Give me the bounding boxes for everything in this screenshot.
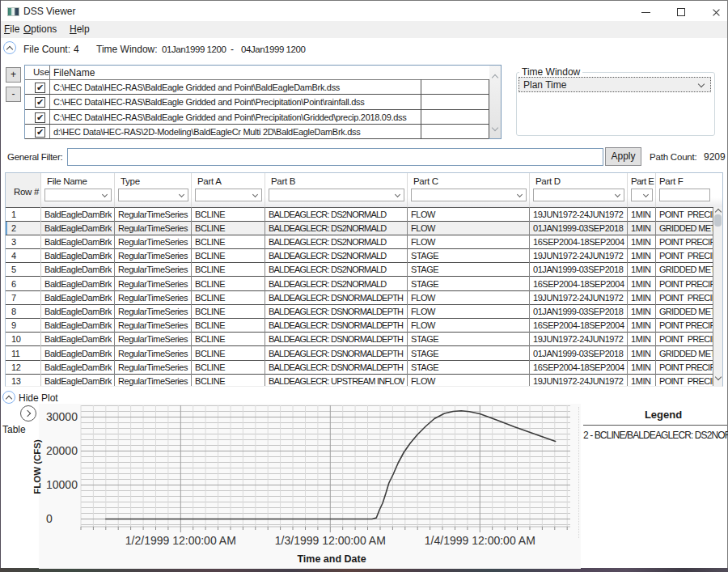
table-cell: RegularTimeSeries: [118, 222, 188, 235]
table-row[interactable]: 13BaldEagleDamBrkRegularTimeSeriesBCLINE…: [6, 375, 713, 386]
minimize-button[interactable]: [629, 1, 663, 22]
table-cell: 1MIN: [631, 249, 653, 263]
table-scrollbar-thumb[interactable]: [714, 214, 722, 227]
table-cell: RegularTimeSeries: [118, 291, 188, 305]
table-nav-button[interactable]: [20, 405, 36, 422]
table-cell: FLOW: [411, 235, 527, 249]
table-row[interactable]: 6BaldEagleDamBrkRegularTimeSeriesBCLINEB…: [6, 278, 713, 291]
scroll-down-icon[interactable]: [492, 125, 498, 131]
hide-plot-button[interactable]: [2, 391, 15, 404]
col-filter-combo[interactable]: [659, 189, 710, 201]
file-row[interactable]: ✔C:\HEC Data\HEC-RAS\BaldEagle Gridded a…: [25, 80, 489, 95]
table-cell: 1MIN: [631, 333, 653, 346]
time-window-combobox[interactable]: Plan Time: [518, 77, 711, 92]
col-filter-combo[interactable]: [195, 189, 262, 201]
general-filter-input[interactable]: [67, 148, 603, 166]
table-row[interactable]: 10BaldEagleDamBrkRegularTimeSeriesBCLINE…: [6, 333, 713, 346]
menu-file[interactable]: File: [1, 21, 19, 38]
table-cell: BALDEAGLECR: DSNORMALDEPTH: [269, 333, 404, 346]
table-row[interactable]: 12BaldEagleDamBrkRegularTimeSeriesBCLINE…: [6, 361, 713, 375]
col-filter-combo[interactable]: [411, 189, 527, 201]
table-cell: RegularTimeSeries: [118, 361, 188, 375]
table-cell: BaldEagleDamBrk: [44, 208, 112, 222]
table-cell: BCLINE: [195, 375, 262, 386]
add-file-button[interactable]: +: [6, 67, 21, 83]
table-cell: BCLINE: [195, 361, 262, 375]
col-header[interactable]: Type: [121, 176, 140, 186]
scroll-up-icon[interactable]: [492, 74, 498, 81]
file-use-checkbox[interactable]: ✔: [35, 97, 45, 108]
file-list-panel: Use FileName ✔C:\HEC Data\HEC-RAS\BaldEa…: [24, 65, 502, 139]
file-row[interactable]: ✔C:\HEC Data\HEC-RAS\BaldEagle Gridded a…: [25, 110, 489, 125]
table-cell: BALDEAGLECR: UPSTREAM INFLOW: [269, 375, 404, 386]
table-cell: 01JAN1999-03SEP2018: [533, 305, 624, 319]
table-cell: BaldEagleDamBrk: [44, 333, 112, 346]
col-header[interactable]: File Name: [47, 176, 87, 186]
app-icon: [7, 7, 19, 16]
table-cell: BaldEagleDamBrk: [44, 305, 112, 319]
table-cell: BCLINE: [195, 235, 262, 249]
path-count-label: Path Count:: [650, 152, 697, 162]
file-use-checkbox[interactable]: ✔: [35, 112, 45, 123]
table-row[interactable]: 8BaldEagleDamBrkRegularTimeSeriesBCLINEB…: [6, 305, 713, 319]
col-header[interactable]: Part D: [535, 176, 561, 186]
table-row[interactable]: 7BaldEagleDamBrkRegularTimeSeriesBCLINEB…: [6, 291, 713, 305]
table-cell: STAGE: [411, 333, 527, 346]
col-header-rownum[interactable]: Row #: [14, 187, 39, 197]
col-header[interactable]: Part C: [413, 176, 438, 186]
col-filter-combo[interactable]: [118, 189, 188, 201]
chevron-down-icon: [517, 192, 523, 197]
chevron-down-icon: [102, 192, 108, 197]
table-cell: 1MIN: [631, 222, 653, 235]
table-cell: 19JUN1972-24JUN1972: [533, 291, 624, 305]
table-cell: 1MIN: [631, 208, 653, 222]
table-row[interactable]: 3BaldEagleDamBrkRegularTimeSeriesBCLINEB…: [6, 235, 713, 249]
col-filter-combo[interactable]: [631, 189, 653, 201]
file-row[interactable]: ✔C:\HEC Data\HEC-RAS\BaldEagle Gridded a…: [25, 95, 489, 109]
table-row[interactable]: 9BaldEagleDamBrkRegularTimeSeriesBCLINEB…: [6, 319, 713, 333]
table-row[interactable]: 2BaldEagleDamBrkRegularTimeSeriesBCLINEB…: [6, 222, 713, 235]
col-header[interactable]: Part B: [271, 176, 295, 186]
file-row[interactable]: ✔d:\HEC Data\HEC-RAS\2D-Modeling\BaldEag…: [25, 125, 489, 139]
col-header[interactable]: Part F: [659, 176, 684, 186]
table-cell: 19JUN1972-24JUN1972: [533, 375, 624, 386]
table-row[interactable]: 4BaldEagleDamBrkRegularTimeSeriesBCLINEB…: [6, 249, 713, 263]
table-cell: 6: [11, 278, 40, 291]
close-button[interactable]: [698, 1, 728, 22]
table-cell: BALDEAGLECR: DS2NORMALD: [269, 249, 404, 263]
y-tick-label: 20000: [46, 444, 78, 457]
maximize-button[interactable]: [663, 1, 698, 22]
table-scroll-down-icon[interactable]: [715, 374, 722, 380]
table-cell: BALDEAGLECR: DS2NORMALD: [269, 278, 404, 291]
file-path: C:\HEC Data\HEC-RAS\BaldEagle Gridded an…: [53, 80, 419, 95]
table-row[interactable]: 11BaldEagleDamBrkRegularTimeSeriesBCLINE…: [6, 347, 713, 361]
col-header[interactable]: Part A: [197, 176, 222, 186]
file-use-checkbox[interactable]: ✔: [35, 127, 45, 138]
table-row[interactable]: 5BaldEagleDamBrkRegularTimeSeriesBCLINEB…: [6, 263, 713, 277]
table-cell: 1MIN: [631, 305, 653, 319]
menu-help[interactable]: Help: [65, 21, 95, 38]
col-filter-combo[interactable]: [269, 189, 404, 201]
table-cell: 5: [11, 263, 40, 277]
col-filter-combo[interactable]: [533, 189, 624, 201]
table-cell: BALDEAGLECR: DSNORMALDEPTH: [269, 305, 404, 319]
table-cell: 16SEP2004-18SEP2004: [533, 361, 624, 375]
table-cell: BCLINE: [195, 305, 262, 319]
file-use-checkbox[interactable]: ✔: [35, 83, 45, 93]
time-window-end: 04Jan1999 1200: [241, 44, 305, 54]
col-header[interactable]: Part E: [631, 176, 654, 186]
table-scrollbar[interactable]: [713, 207, 722, 386]
remove-file-button[interactable]: -: [6, 87, 21, 102]
file-list-scrollbar[interactable]: [489, 66, 501, 138]
table-row[interactable]: 1BaldEagleDamBrkRegularTimeSeriesBCLINEB…: [6, 208, 713, 222]
file-path: C:\HEC Data\HEC-RAS\BaldEagle Gridded an…: [53, 110, 419, 125]
apply-button[interactable]: Apply: [605, 147, 641, 166]
table-cell: 16SEP2004-18SEP2004: [533, 235, 624, 249]
collapse-files-button[interactable]: [3, 41, 16, 54]
x-axis-title: Time and Date: [170, 553, 493, 565]
menu-options[interactable]: Options: [19, 21, 63, 38]
table-cell: BCLINE: [195, 263, 262, 277]
col-filter-combo[interactable]: [44, 189, 112, 201]
table-cell: BCLINE: [195, 222, 262, 235]
table-cell: BALDEAGLECR: DSNORMALDEPTH: [269, 361, 404, 375]
